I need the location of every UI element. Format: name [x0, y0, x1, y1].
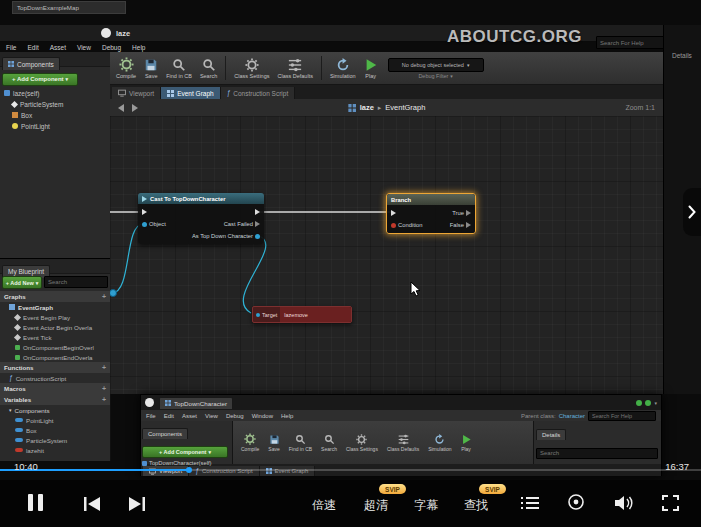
cast-failed-pin[interactable] [255, 221, 260, 227]
play-button[interactable]: Play [459, 434, 474, 452]
add-graph-button[interactable]: + [102, 293, 106, 300]
condition-pin[interactable] [391, 223, 396, 228]
search-button[interactable]: Search [198, 58, 219, 79]
save-button[interactable]: Save [266, 434, 281, 452]
details-search-input[interactable] [536, 448, 658, 459]
component-row-box[interactable]: Box [0, 110, 110, 121]
variable-pointlight[interactable]: PointLight [0, 415, 110, 425]
play-button[interactable]: Play [362, 58, 380, 79]
object-pin[interactable] [142, 222, 147, 227]
menu-asset[interactable]: Asset [182, 413, 197, 419]
menu-file[interactable]: File [146, 413, 156, 419]
feedback-icon[interactable] [636, 400, 642, 406]
reroute-node[interactable] [110, 290, 117, 297]
compile-button[interactable]: Compile [114, 57, 138, 79]
add-component-button[interactable]: + Add Component ▾ [142, 446, 228, 458]
variable-box[interactable]: Box [0, 425, 110, 435]
menu-file[interactable]: File [6, 44, 16, 51]
item-constructionscript[interactable]: ƒ ConstructionScript [0, 373, 110, 383]
false-pin[interactable] [466, 222, 471, 228]
add-function-button[interactable]: + [102, 364, 106, 371]
tab-details[interactable]: Details [672, 52, 692, 59]
class-defaults-button[interactable]: Class Defaults [385, 434, 421, 452]
node-branch[interactable]: Branch True Condition [386, 193, 476, 234]
tab-components[interactable]: Components [2, 57, 60, 70]
as-character-pin[interactable] [255, 234, 260, 239]
component-row-pointlight[interactable]: PointLight [0, 121, 110, 132]
character-window[interactable]: TopDownCharacter ▾ File Edit Asset View … [140, 394, 662, 476]
breadcrumb-root[interactable]: laze [360, 103, 374, 112]
subtitle-button[interactable]: 字幕 [414, 497, 438, 514]
character-window-tab[interactable]: TopDownCharacter [159, 397, 233, 409]
variable-particlesystem[interactable]: ParticleSystem [0, 435, 110, 445]
nav-forward-button[interactable] [132, 104, 138, 112]
item-oncomponentbeginoverlap[interactable]: OnComponentBeginOverl [0, 342, 110, 352]
menu-window[interactable]: Window [252, 413, 273, 419]
item-eventgraph[interactable]: EventGraph [0, 302, 110, 312]
character-window-titlebar[interactable]: TopDownCharacter ▾ [141, 395, 661, 410]
parent-class-link[interactable]: Character [559, 413, 585, 419]
caret-down-icon[interactable]: ▾ [654, 400, 657, 406]
add-component-button[interactable]: + Add Component ▾ [2, 73, 78, 86]
section-functions[interactable]: Functions + [0, 362, 110, 373]
find-in-cb-button[interactable]: Find in CB [287, 434, 314, 452]
fullscreen-button[interactable] [662, 495, 679, 511]
item-event-begin-play[interactable]: Event Begin Play [0, 312, 110, 322]
node-cast-to-topdowncharacter[interactable]: Cast To TopDownCharacter Object Cast Fai… [138, 193, 264, 244]
tab-construction-script[interactable]: ƒ Construction Script [189, 466, 259, 476]
menu-asset[interactable]: Asset [50, 44, 66, 51]
exec-in-pin[interactable] [391, 210, 396, 216]
item-event-actor-begin-overlap[interactable]: Event Actor Begin Overla [0, 322, 110, 332]
menu-edit[interactable]: Edit [164, 413, 174, 419]
tab-event-graph[interactable]: Event Graph [260, 466, 316, 476]
class-settings-button[interactable]: Class Settings [232, 58, 271, 79]
menu-help[interactable]: Help [281, 413, 293, 419]
menu-view[interactable]: View [77, 44, 91, 51]
add-variable-button[interactable]: + [102, 396, 106, 403]
component-row-self[interactable]: laze(self) [0, 88, 110, 99]
simulation-button[interactable]: Simulation [426, 434, 453, 452]
section-macros[interactable]: Macros + [0, 383, 110, 394]
tab-viewport[interactable]: Viewport [112, 87, 161, 99]
playlist-flyout-handle[interactable] [683, 188, 701, 236]
blueprint-search-input[interactable] [44, 276, 108, 288]
search-button[interactable]: Search [319, 434, 339, 452]
play-pause-button[interactable] [28, 494, 43, 511]
tab-details[interactable]: Details [536, 429, 566, 440]
previous-button[interactable] [84, 497, 101, 511]
next-button[interactable] [128, 497, 145, 511]
menu-view[interactable]: View [205, 413, 218, 419]
find-in-cb-button[interactable]: Find in CB [164, 58, 194, 79]
nav-back-button[interactable] [118, 104, 124, 112]
volume-button[interactable] [615, 495, 635, 511]
playlist-button[interactable] [521, 496, 539, 510]
help-search-input[interactable] [588, 411, 656, 421]
speed-button[interactable]: 倍速 [312, 497, 336, 514]
simulation-button[interactable]: Simulation [328, 58, 358, 79]
tab-components[interactable]: Components [142, 428, 188, 439]
true-pin[interactable] [466, 210, 471, 216]
menu-help[interactable]: Help [132, 44, 145, 51]
add-new-button[interactable]: + Add New ▾ [2, 276, 42, 289]
exec-out-pin[interactable] [255, 209, 260, 215]
debug-filter-dropdown[interactable]: Debug Filter ▾ [418, 73, 452, 79]
find-button[interactable]: 查找 [464, 497, 488, 514]
component-row-particlesystem[interactable]: ParticleSystem [0, 99, 110, 110]
menu-debug[interactable]: Debug [102, 44, 121, 51]
event-graph-canvas[interactable]: Cast To TopDownCharacter Object Cast Fai… [110, 116, 663, 394]
section-graphs[interactable]: Graphs + [0, 291, 110, 302]
breadcrumb-current[interactable]: EventGraph [385, 103, 425, 112]
quality-button[interactable]: 超清 [364, 497, 388, 514]
node-lazemove[interactable]: Target lazemove [252, 306, 352, 323]
screencast-button[interactable] [567, 493, 585, 511]
compile-button[interactable]: Compile [239, 433, 261, 452]
class-settings-button[interactable]: Class Settings [344, 434, 380, 452]
background-window-tab[interactable]: TopDownExampleMap [12, 1, 126, 14]
debug-object-dropdown[interactable]: No debug object selected ▾ [388, 58, 484, 72]
variable-lazehit[interactable]: lazehit [0, 445, 110, 455]
feedback-icon[interactable] [645, 400, 651, 406]
section-variables[interactable]: Variables + [0, 394, 110, 405]
seek-bar[interactable] [0, 469, 701, 471]
tab-construction-script[interactable]: ƒ Construction Script [221, 87, 296, 99]
tab-event-graph[interactable]: Event Graph [161, 87, 221, 99]
